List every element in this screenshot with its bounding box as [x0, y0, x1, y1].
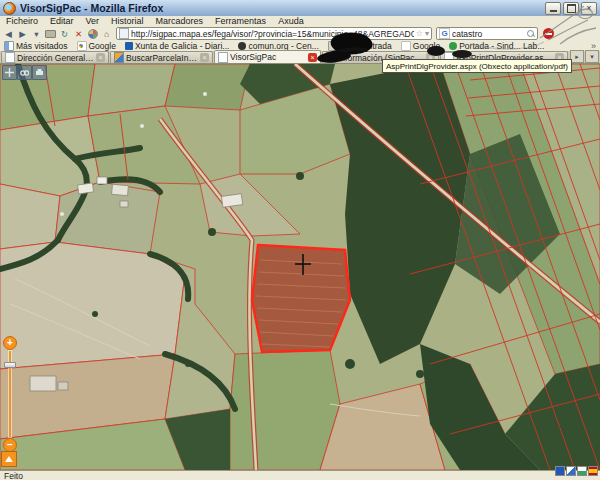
footer-icon-strip: [555, 466, 598, 476]
page-icon: [326, 52, 336, 63]
navigation-toolbar: ◀ ▶ ▾ ↻ ✕ ⌂ ☆ ▾ G: [0, 26, 600, 41]
history-dropdown-icon[interactable]: ▾: [30, 27, 43, 40]
stop-icon[interactable]: ✕: [72, 27, 85, 40]
close-button[interactable]: ×: [581, 2, 597, 15]
status-text: Feito: [4, 471, 23, 480]
map-print-tool-icon[interactable]: [32, 65, 47, 80]
bookmark-mas-visitados[interactable]: Más visitados: [4, 41, 68, 51]
search-input[interactable]: [452, 28, 525, 39]
url-dropdown-icon[interactable]: ▾: [425, 29, 429, 38]
folder-icon: [4, 41, 14, 51]
url-bar[interactable]: ☆ ▾: [116, 27, 432, 40]
tab-scroll-right-icon[interactable]: ▸: [570, 50, 584, 63]
back-icon[interactable]: ◀: [2, 27, 15, 40]
google-engine-icon[interactable]: G: [439, 28, 450, 39]
search-go-icon[interactable]: [527, 30, 535, 38]
pan-mode-button[interactable]: [1, 451, 17, 467]
window-title: VisorSigPac - Mozilla Firefox: [20, 2, 543, 14]
home-icon[interactable]: ⌂: [100, 27, 113, 40]
zoom-out-button[interactable]: −: [3, 438, 17, 452]
bookmark-star-icon[interactable]: ☆: [416, 29, 423, 38]
minimize-button[interactable]: [545, 2, 561, 15]
search-box[interactable]: G: [436, 27, 538, 40]
menu-ver[interactable]: Ver: [80, 16, 106, 26]
browser-window: VisorSigPac - Mozilla Firefox × Ficheiro…: [0, 0, 600, 480]
page-icon: [218, 52, 228, 63]
tab-close-icon[interactable]: ×: [308, 53, 317, 62]
menu-ficheiro[interactable]: Ficheiro: [0, 16, 44, 26]
tab-visorsigpac-active[interactable]: VisorSigPac ×: [214, 50, 321, 63]
forward-icon[interactable]: ▶: [16, 27, 29, 40]
bookmark-google[interactable]: Google: [77, 41, 116, 51]
reload-icon[interactable]: ↻: [58, 27, 71, 40]
spanish-flag-icon[interactable]: [588, 466, 598, 476]
menu-bar: Ficheiro Editar Ver Historial Marcadores…: [0, 16, 600, 26]
page-icon: [5, 52, 15, 63]
site-favicon: [449, 42, 457, 50]
tab-close-icon[interactable]: ×: [96, 53, 105, 62]
google-favicon: [401, 41, 411, 51]
restore-button[interactable]: [563, 2, 579, 15]
google-favicon: [77, 41, 87, 51]
adblock-icon[interactable]: [543, 28, 554, 39]
page-favicon: [119, 28, 129, 39]
menu-marcadores[interactable]: Marcadores: [150, 16, 210, 26]
zoom-slider-handle[interactable]: [4, 362, 16, 368]
map-binoculars-icon[interactable]: [17, 65, 32, 80]
status-bar: Feito: [0, 470, 600, 480]
print-icon[interactable]: [44, 27, 57, 40]
menu-axuda[interactable]: Axuda: [272, 16, 310, 26]
pdf-object-tooltip: AspPrintDlgProvider.aspx (Obxecto applic…: [382, 59, 572, 73]
tab-buscar-parcela[interactable]: BuscarParcelaInterne... ×: [110, 51, 213, 63]
bookmark-portada[interactable]: Portada - Sind... Lab...: [449, 41, 544, 51]
theme-icon[interactable]: [86, 27, 99, 40]
menu-ferramentas[interactable]: Ferramentas: [209, 16, 272, 26]
mail-favicon: [328, 41, 338, 51]
menu-historial[interactable]: Historial: [105, 16, 150, 26]
menu-editar[interactable]: Editar: [44, 16, 80, 26]
footer-map-icon[interactable]: [577, 466, 587, 476]
xunta-favicon: [125, 42, 133, 50]
aerial-map: [0, 64, 600, 470]
sigpac-map-viewport[interactable]: + − M.A.R.M. FEGA: [0, 64, 600, 470]
zoom-in-button[interactable]: +: [3, 336, 17, 350]
tab-close-icon[interactable]: ×: [200, 53, 209, 62]
url-input[interactable]: [131, 28, 414, 39]
map-pan-tool-icon[interactable]: [2, 65, 17, 80]
bookmark-google-2[interactable]: Google: [401, 41, 440, 51]
page-icon: [114, 52, 124, 63]
bookmark-entrada[interactable]: ns de entrada: [328, 41, 392, 51]
site-favicon: [238, 42, 246, 50]
footer-app-icon[interactable]: [555, 466, 565, 476]
firefox-icon: [3, 2, 16, 15]
tab-direccion-general[interactable]: Dirección General del Ca... ×: [1, 51, 109, 63]
title-bar: VisorSigPac - Mozilla Firefox ×: [0, 0, 600, 16]
footer-link-icon[interactable]: [566, 466, 576, 476]
tab-list-all-icon[interactable]: ▾: [585, 50, 599, 63]
